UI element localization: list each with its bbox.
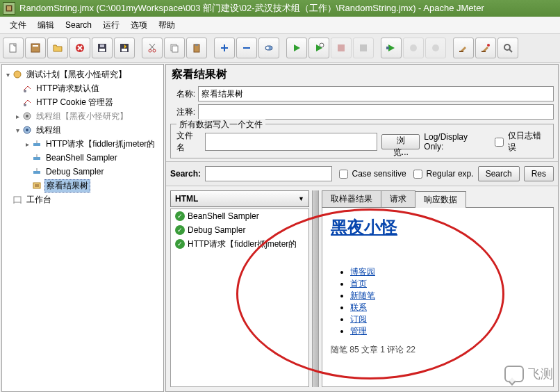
svg-rect-38 [33, 183, 40, 188]
renderer-combo[interactable]: HTML▼ [170, 190, 309, 207]
result-item[interactable]: ✓HTTP请求【fiddler抓jmeter的 [171, 237, 308, 251]
reset-button[interactable]: Res [524, 166, 554, 181]
menu-file[interactable]: 文件 [4, 18, 32, 33]
svg-rect-13 [172, 46, 178, 52]
result-item[interactable]: ✓BeanShell Sampler [171, 209, 308, 223]
search-button[interactable]: Search [478, 166, 520, 181]
errors-only-checkbox[interactable] [495, 138, 504, 147]
tree-debug[interactable]: Debug Sampler [3, 165, 162, 179]
remote-shutdown-icon[interactable] [425, 38, 446, 58]
collapse-icon[interactable] [236, 38, 257, 58]
regex-checkbox[interactable] [413, 170, 422, 179]
comment-label: 注释: [170, 106, 195, 118]
open-icon[interactable] [47, 38, 68, 58]
clearall-icon[interactable] [475, 38, 496, 58]
svg-rect-1 [10, 44, 16, 52]
svg-rect-19 [338, 44, 345, 51]
menu-edit[interactable]: 编辑 [32, 18, 60, 33]
toggle-icon[interactable] [258, 38, 279, 58]
svg-rect-25 [481, 51, 486, 52]
app-icon [3, 2, 15, 15]
svg-point-32 [26, 115, 28, 117]
saveas-icon[interactable] [114, 38, 135, 58]
test-plan-tree[interactable]: ▾测试计划【黑夜小怪研究】 HTTP请求默认值 HTTP Cookie 管理器 … [1, 64, 164, 392]
result-tabs: 取样器结果 请求 响应数据 [322, 190, 554, 208]
svg-point-29 [24, 90, 26, 92]
svg-rect-24 [459, 51, 463, 52]
results-tree[interactable]: ✓BeanShell Sampler ✓Debug Sampler ✓HTTP请… [170, 209, 309, 387]
tree-root[interactable]: ▾测试计划【黑夜小怪研究】 [3, 67, 162, 81]
tree-beanshell[interactable]: BeanShell Sampler [3, 151, 162, 165]
menu-help[interactable]: 帮助 [153, 18, 181, 33]
save-icon[interactable] [92, 38, 113, 58]
svg-point-17 [266, 47, 269, 49]
link-item[interactable]: 首页 [350, 279, 367, 288]
svg-point-26 [487, 44, 490, 47]
templates-icon[interactable] [25, 38, 46, 58]
remote-start-icon[interactable] [381, 38, 402, 58]
clear-icon[interactable] [453, 38, 474, 58]
titlebar: RandomString.jmx (C:\001myWorkspace\003 … [0, 0, 560, 17]
svg-point-18 [320, 43, 324, 47]
search-row: Search: Case sensitive Regular exp. Sear… [166, 161, 558, 186]
svg-point-27 [504, 44, 510, 50]
menubar: 文件 编辑 Search 运行 选项 帮助 [0, 17, 560, 34]
shutdown-icon[interactable] [353, 38, 374, 58]
stop-icon[interactable] [331, 38, 352, 58]
svg-rect-39 [14, 197, 21, 202]
expand-icon[interactable] [214, 38, 235, 58]
success-icon: ✓ [175, 211, 185, 221]
tab-response[interactable]: 响应数据 [415, 191, 466, 208]
menu-options[interactable]: 选项 [125, 18, 153, 33]
link-item[interactable]: 新随笔 [350, 291, 375, 300]
name-input[interactable] [198, 86, 554, 101]
menu-run[interactable]: 运行 [97, 18, 125, 33]
tree-cookie-manager[interactable]: HTTP Cookie 管理器 [3, 95, 162, 109]
filename-input[interactable] [205, 133, 377, 151]
start-notimers-icon[interactable] [308, 38, 329, 58]
tree-threadgroup-2[interactable]: ▾线程组 [3, 123, 162, 137]
new-icon[interactable] [3, 38, 24, 58]
nav-list: 博客园 首页 新随笔 联系 订阅 管理 [331, 266, 545, 337]
svg-point-30 [24, 104, 26, 106]
splitter-handle[interactable] [312, 190, 319, 387]
link-item[interactable]: 博客园 [350, 267, 375, 277]
close-icon[interactable] [69, 38, 90, 58]
tab-sampler-result[interactable]: 取样器结果 [322, 190, 381, 207]
start-icon[interactable] [286, 38, 307, 58]
copy-icon[interactable] [164, 38, 185, 58]
paste-icon[interactable] [186, 38, 207, 58]
browse-button[interactable]: 浏览... [381, 134, 420, 149]
svg-rect-9 [122, 49, 127, 51]
cut-icon[interactable] [142, 38, 163, 58]
panel-title: 察看结果树 [172, 67, 552, 82]
svg-rect-21 [386, 47, 389, 49]
response-content[interactable]: 黑夜小怪 博客园 首页 新随笔 联系 订阅 管理 随笔 85 文章 1 评论 2… [322, 208, 554, 387]
svg-point-11 [153, 49, 156, 52]
tree-workbench[interactable]: 工作台 [3, 193, 162, 206]
tree-http-defaults[interactable]: HTTP请求默认值 [3, 81, 162, 95]
link-item[interactable]: 订阅 [350, 314, 367, 324]
link-item[interactable]: 联系 [350, 302, 367, 312]
search-label: Search: [170, 169, 201, 179]
svg-rect-15 [195, 44, 198, 46]
svg-point-23 [432, 44, 439, 51]
remote-stop-icon[interactable] [403, 38, 424, 58]
svg-point-28 [14, 71, 21, 78]
svg-rect-35 [33, 143, 40, 146]
tree-http-request[interactable]: ▸HTTP请求【fiddler抓jmeter的 [3, 137, 162, 151]
page-heading: 黑夜小怪 [331, 216, 545, 238]
case-checkbox[interactable] [339, 170, 348, 179]
tree-threadgroup-1[interactable]: ▸线程组【黑夜小怪研究】 [3, 109, 162, 123]
file-output-group: 所有数据写入一个文件 文件名 浏览... Log/Display Only: 仅… [170, 124, 554, 158]
result-item[interactable]: ✓Debug Sampler [171, 223, 308, 237]
link-item[interactable]: 管理 [350, 326, 367, 336]
search-input[interactable] [205, 166, 332, 181]
tree-view-results[interactable]: 察看结果树 [3, 179, 162, 193]
tab-request[interactable]: 请求 [381, 190, 415, 207]
menu-search[interactable]: Search [60, 19, 97, 31]
svg-point-10 [149, 49, 151, 52]
comment-input[interactable] [198, 104, 554, 120]
find-icon[interactable] [497, 38, 518, 58]
svg-rect-36 [33, 157, 40, 160]
